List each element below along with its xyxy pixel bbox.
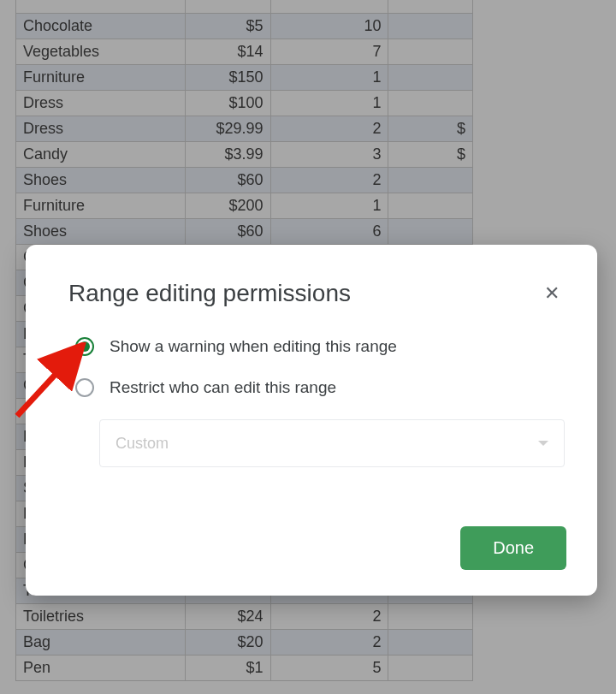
close-icon[interactable]: ✕ (539, 279, 565, 308)
restrict-dropdown: Custom (99, 419, 565, 467)
chevron-down-icon (538, 441, 548, 446)
range-permissions-dialog: Range editing permissions ✕ Show a warni… (26, 245, 597, 596)
radio-show-warning[interactable]: Show a warning when editing this range (75, 337, 565, 356)
radio-restrict[interactable]: Restrict who can edit this range (75, 378, 565, 397)
done-button[interactable]: Done (460, 526, 566, 570)
dropdown-placeholder: Custom (116, 435, 169, 453)
dialog-title: Range editing permissions (68, 280, 351, 307)
radio-show-warning-label: Show a warning when editing this range (110, 337, 397, 356)
radio-restrict-label: Restrict who can edit this range (110, 378, 336, 397)
radio-selected-icon (75, 337, 94, 356)
radio-unselected-icon (75, 378, 94, 397)
